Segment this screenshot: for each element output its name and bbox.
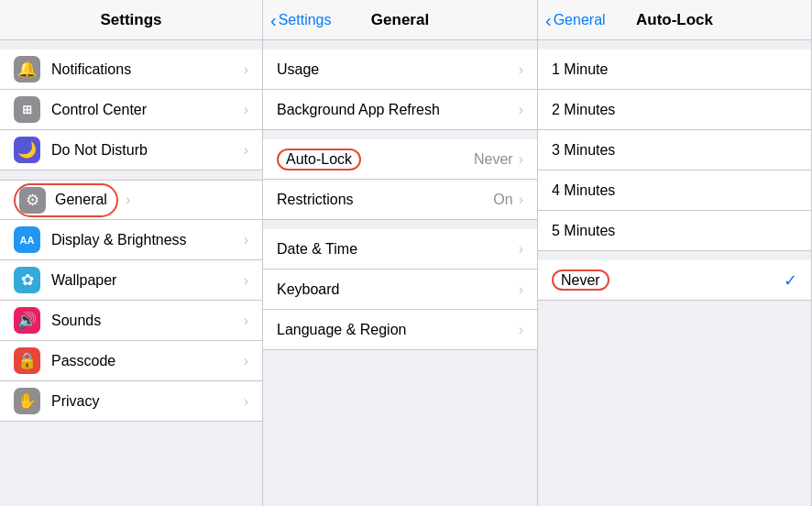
right-nav-bar: ‹ General Auto-Lock	[538, 0, 811, 40]
left-group2: ⚙ General › AA Display & Brightness › ✿ …	[0, 170, 262, 422]
option-4min-label: 4 Minutes	[552, 182, 797, 199]
general-icon: ⚙	[19, 187, 46, 214]
mid-back-label: Settings	[279, 12, 332, 28]
separator	[538, 251, 811, 260]
sidebar-item-privacy[interactable]: ✋ Privacy ›	[0, 381, 262, 422]
right-nav-title: Auto-Lock	[636, 11, 713, 29]
right-options-group: 1 Minute 2 Minutes 3 Minutes 4 Minutes 5…	[538, 40, 811, 301]
option-2min-label: 2 Minutes	[552, 102, 797, 118]
option-3min-label: 3 Minutes	[552, 142, 797, 159]
left-column: Settings 🔔 Notifications › ⊞ Control Cen…	[0, 0, 263, 506]
sidebar-item-display[interactable]: AA Display & Brightness ›	[0, 220, 262, 260]
auto-lock-label: Auto-Lock	[277, 148, 474, 170]
chevron-left-icon: ‹	[545, 11, 552, 29]
mid-group3: Date & Time › Keyboard › Language & Regi…	[263, 220, 537, 350]
left-nav-bar: Settings	[0, 0, 262, 40]
autolock-option-5min[interactable]: 5 Minutes	[538, 211, 811, 251]
chevron-right-icon: ›	[519, 151, 523, 168]
sounds-icon: 🔊	[14, 307, 40, 334]
option-5min-label: 5 Minutes	[552, 223, 797, 239]
display-icon: AA	[14, 226, 40, 253]
autolock-option-3min[interactable]: 3 Minutes	[538, 130, 811, 170]
mid-scroll-area: Usage › Background App Refresh › Auto-Lo…	[263, 40, 537, 506]
mid-item-usage[interactable]: Usage ›	[263, 50, 537, 90]
separator	[263, 130, 537, 139]
left-nav-title: Settings	[100, 11, 161, 29]
separator	[0, 170, 262, 180]
chevron-right-icon: ›	[519, 192, 523, 208]
chevron-right-icon: ›	[244, 142, 248, 159]
notifications-label: Notifications	[51, 61, 244, 78]
right-scroll-area: 1 Minute 2 Minutes 3 Minutes 4 Minutes 5…	[538, 40, 811, 506]
chevron-right-icon: ›	[244, 232, 248, 248]
notifications-icon: 🔔	[14, 56, 40, 82]
general-label: General	[55, 192, 107, 208]
keyboard-label: Keyboard	[277, 281, 519, 298]
mid-item-language-region[interactable]: Language & Region ›	[263, 310, 537, 350]
sidebar-item-general[interactable]: ⚙ General ›	[0, 180, 262, 220]
chevron-right-icon: ›	[519, 61, 523, 78]
mid-nav-title: General	[371, 11, 429, 29]
control-center-label: Control Center	[51, 102, 244, 118]
date-time-label: Date & Time	[277, 241, 519, 258]
wallpaper-label: Wallpaper	[51, 272, 244, 289]
sidebar-item-do-not-disturb[interactable]: 🌙 Do Not Disturb ›	[0, 130, 262, 170]
autolock-option-never[interactable]: Never ✓	[538, 260, 811, 301]
checkmark-icon: ✓	[784, 270, 797, 291]
do-not-disturb-label: Do Not Disturb	[51, 142, 244, 159]
sidebar-item-control-center[interactable]: ⊞ Control Center ›	[0, 90, 262, 130]
passcode-icon: 🔒	[14, 347, 40, 374]
chevron-right-icon: ›	[244, 353, 248, 369]
separator	[263, 40, 537, 50]
right-back-label: General	[554, 12, 606, 28]
sidebar-item-wallpaper[interactable]: ✿ Wallpaper ›	[0, 260, 262, 301]
mid-item-date-time[interactable]: Date & Time ›	[263, 229, 537, 270]
auto-lock-value: Never	[474, 151, 513, 168]
separator	[538, 40, 811, 50]
restrictions-value: On	[493, 192, 512, 208]
right-column: ‹ General Auto-Lock 1 Minute 2 Minutes 3…	[538, 0, 812, 506]
autolock-option-1min[interactable]: 1 Minute	[538, 50, 811, 90]
chevron-right-icon: ›	[244, 393, 248, 410]
chevron-right-icon: ›	[244, 272, 248, 289]
mid-column: ‹ Settings General Usage › Background Ap…	[263, 0, 538, 506]
chevron-right-icon: ›	[519, 241, 523, 258]
mid-item-auto-lock[interactable]: Auto-Lock Never ›	[263, 139, 537, 180]
chevron-left-icon: ‹	[270, 11, 277, 29]
display-label: Display & Brightness	[51, 232, 244, 248]
option-1min-label: 1 Minute	[552, 61, 797, 78]
passcode-label: Passcode	[51, 353, 244, 369]
chevron-right-icon: ›	[126, 192, 130, 208]
chevron-right-icon: ›	[519, 102, 523, 118]
mid-nav-bar: ‹ Settings General	[263, 0, 537, 40]
right-back-button[interactable]: ‹ General	[545, 11, 606, 29]
mid-item-restrictions[interactable]: Restrictions On ›	[263, 180, 537, 220]
chevron-right-icon: ›	[519, 322, 523, 338]
sidebar-item-sounds[interactable]: 🔊 Sounds ›	[0, 301, 262, 341]
control-center-icon: ⊞	[14, 96, 40, 123]
left-scroll-area: 🔔 Notifications › ⊞ Control Center › 🌙 D…	[0, 40, 262, 506]
restrictions-label: Restrictions	[277, 192, 493, 208]
mid-back-button[interactable]: ‹ Settings	[270, 11, 331, 29]
left-group1: 🔔 Notifications › ⊞ Control Center › 🌙 D…	[0, 40, 262, 170]
mid-item-background-app-refresh[interactable]: Background App Refresh ›	[263, 90, 537, 130]
wallpaper-icon: ✿	[14, 267, 40, 293]
sounds-label: Sounds	[51, 313, 244, 329]
option-never-label: Never	[552, 272, 784, 289]
autolock-option-2min[interactable]: 2 Minutes	[538, 90, 811, 130]
sidebar-item-passcode[interactable]: 🔒 Passcode ›	[0, 341, 262, 381]
chevron-right-icon: ›	[519, 281, 523, 298]
mid-group2: Auto-Lock Never › Restrictions On ›	[263, 130, 537, 220]
separator	[0, 40, 262, 50]
mid-group1: Usage › Background App Refresh ›	[263, 40, 537, 130]
mid-item-keyboard[interactable]: Keyboard ›	[263, 270, 537, 310]
sidebar-item-notifications[interactable]: 🔔 Notifications ›	[0, 50, 262, 90]
never-circle-highlight: Never	[552, 270, 609, 291]
autolock-option-4min[interactable]: 4 Minutes	[538, 170, 811, 211]
general-circle-highlight: ⚙ General	[14, 183, 118, 217]
chevron-right-icon: ›	[244, 61, 248, 78]
usage-label: Usage	[277, 61, 519, 78]
auto-lock-circle: Auto-Lock	[277, 148, 361, 170]
chevron-right-icon: ›	[244, 313, 248, 329]
privacy-icon: ✋	[14, 388, 40, 414]
